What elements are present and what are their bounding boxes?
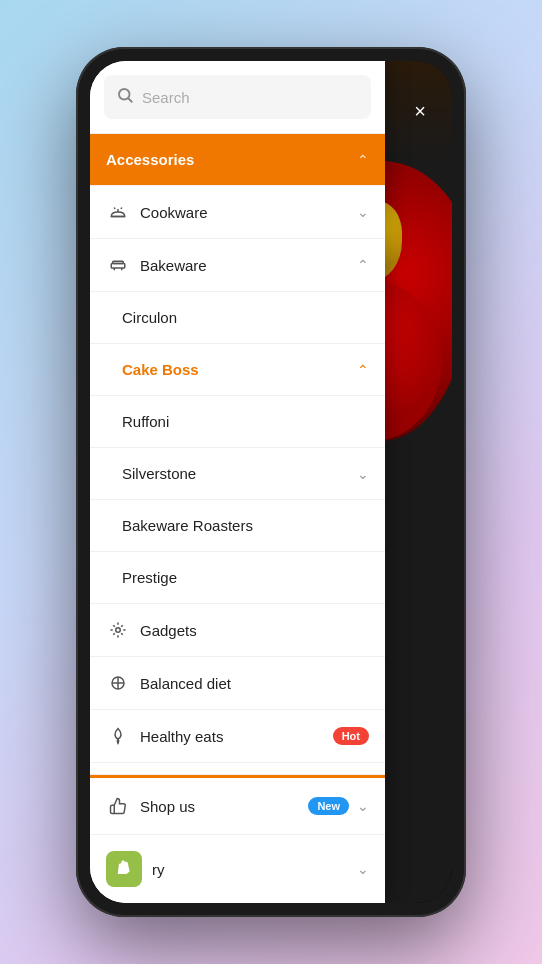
menu-list: Accessories ⌃ Cookware (90, 134, 385, 774)
svg-line-4 (114, 208, 115, 210)
hot-badge: Hot (333, 727, 369, 745)
drawer-footer: Shop us New ⌄ ry ⌄ (90, 774, 385, 903)
footer-item-shopify[interactable]: ry ⌄ (90, 835, 385, 903)
svg-point-10 (116, 628, 121, 633)
healthy-eats-icon (106, 724, 130, 748)
menu-item-accessories[interactable]: Accessories ⌃ (90, 134, 385, 186)
svg-rect-7 (113, 261, 124, 263)
menu-item-circulon[interactable]: Circulon (90, 292, 385, 344)
balanced-diet-icon (106, 671, 130, 695)
chevron-down-icon-powered: ⌄ (357, 861, 369, 877)
chevron-down-icon-shop: ⌄ (357, 798, 369, 814)
phone-screen: × SLI 1/2 FOOT Search FOLLO © 2019, d (90, 61, 452, 903)
cookware-icon (106, 200, 130, 224)
chevron-down-icon-silverstone: ⌄ (357, 466, 369, 482)
menu-item-balanced-diet[interactable]: Balanced diet (90, 657, 385, 710)
shopify-logo (106, 851, 142, 887)
menu-item-prestige[interactable]: Prestige (90, 552, 385, 604)
svg-line-5 (121, 208, 122, 210)
menu-item-bakeware[interactable]: Bakeware ⌃ (90, 239, 385, 292)
menu-item-silverstone[interactable]: Silverstone ⌄ (90, 448, 385, 500)
new-badge: New (308, 797, 349, 815)
thumbs-up-icon (106, 794, 130, 818)
chevron-up-icon-cakeboss: ⌃ (357, 362, 369, 378)
menu-item-cakeboss[interactable]: Cake Boss ⌃ (90, 344, 385, 396)
chevron-up-icon-bakeware: ⌃ (357, 257, 369, 273)
menu-item-bakeware-roasters[interactable]: Bakeware Roasters (90, 500, 385, 552)
menu-item-gadgets[interactable]: Gadgets (90, 604, 385, 657)
phone-frame: × SLI 1/2 FOOT Search FOLLO © 2019, d (76, 47, 466, 917)
menu-item-cookware[interactable]: Cookware ⌄ (90, 186, 385, 239)
chevron-up-icon: ⌃ (357, 152, 369, 168)
menu-item-healthy-eats[interactable]: Healthy eats Hot (90, 710, 385, 763)
menu-item-ruffoni[interactable]: Ruffoni (90, 396, 385, 448)
svg-line-1 (128, 98, 131, 101)
close-button[interactable]: × (404, 95, 436, 127)
search-icon (116, 86, 134, 109)
nav-drawer: Search Accessories ⌃ (90, 61, 385, 903)
search-bar: Search (90, 61, 385, 134)
bakeware-icon (106, 253, 130, 277)
footer-item-shop-us[interactable]: Shop us New ⌄ (90, 778, 385, 835)
chevron-down-icon: ⌄ (357, 204, 369, 220)
gadgets-icon (106, 618, 130, 642)
search-input[interactable]: Search (104, 75, 371, 119)
search-placeholder: Search (142, 89, 190, 106)
